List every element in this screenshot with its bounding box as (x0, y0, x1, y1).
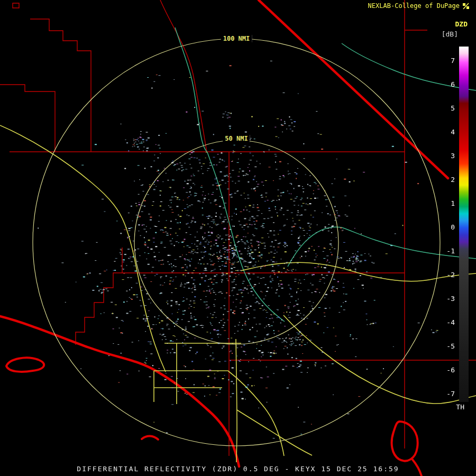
colorbar-tick: 4 (441, 128, 455, 136)
radar-echo-layer (0, 0, 476, 476)
colorbar-tick: -2 (441, 271, 455, 279)
radar-display: NEXLAB-College of DuPage DZD [dB] 7 6 5 … (0, 0, 476, 476)
colorbar-tick: 6 (441, 80, 455, 89)
colorbar-tick: 1 (441, 199, 455, 208)
colorbar-tick: -7 (441, 390, 455, 398)
units-label: [dB] (442, 30, 458, 38)
colorbar-tick: -5 (441, 342, 455, 351)
credit-text: NEXLAB-College of DuPage (368, 2, 460, 10)
colorbar-tick: -3 (441, 295, 455, 303)
range-ring-label-50: 50 NMI (223, 135, 250, 142)
nexlab-logo-icon (462, 3, 470, 10)
colorbar-tick: -6 (441, 366, 455, 374)
colorbar-tick: 3 (441, 152, 455, 160)
colorbar-tick: 7 (441, 57, 455, 65)
product-code-label: DZD (455, 20, 468, 28)
colorbar-tick: -4 (441, 318, 455, 327)
credit-line: NEXLAB-College of DuPage (368, 2, 470, 10)
colorbar (459, 47, 469, 402)
colorbar-tick: -1 (441, 247, 455, 255)
status-bar: DIFFERENTIAL REFLECTIVITY (ZDR) 0.5 DEG … (0, 465, 476, 473)
range-ring-label-100: 100 NMI (221, 35, 252, 42)
colorbar-tick: 5 (441, 104, 455, 113)
colorbar-tick: 0 (441, 223, 455, 232)
threshold-label: TH (456, 403, 464, 411)
colorbar-tick: 2 (441, 176, 455, 184)
